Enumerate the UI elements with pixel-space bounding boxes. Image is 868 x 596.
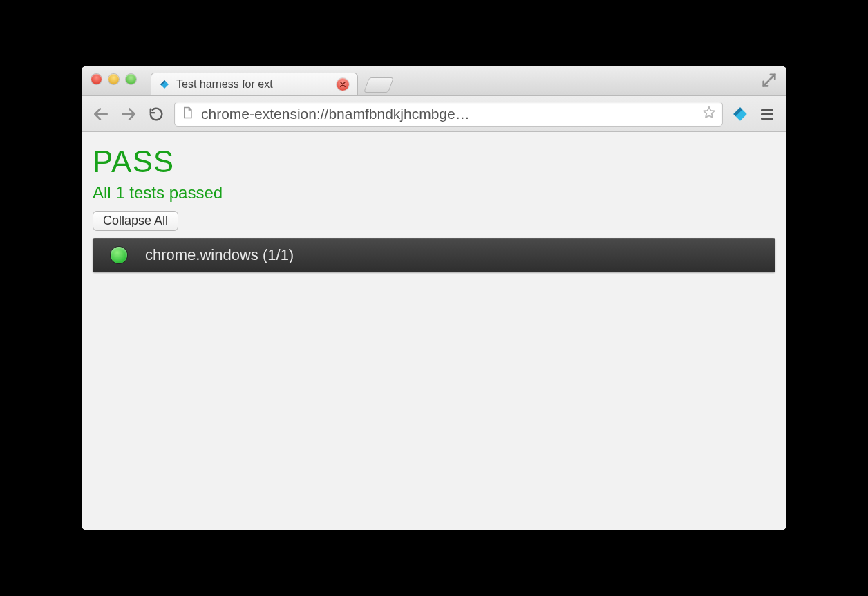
forward-button[interactable]	[119, 104, 138, 124]
test-group-label: chrome.windows (1/1)	[145, 246, 294, 264]
dart-favicon-icon	[158, 78, 171, 91]
tab-title: Test harness for ext	[176, 78, 273, 91]
collapse-all-button[interactable]: Collapse All	[93, 211, 178, 231]
status-heading: PASS	[93, 145, 775, 179]
new-tab-button[interactable]	[364, 77, 394, 93]
toolbar: chrome-extension://bnamfbndkjhcmbge…	[82, 96, 786, 132]
page-content: PASS All 1 tests passed Collapse All chr…	[82, 132, 786, 530]
titlebar: Test harness for ext	[82, 66, 786, 96]
back-button[interactable]	[91, 104, 111, 124]
page-icon	[180, 106, 194, 122]
tab-close-button[interactable]	[337, 78, 349, 91]
chrome-menu-button[interactable]	[757, 104, 777, 124]
traffic-lights	[91, 74, 136, 84]
svg-rect-1	[761, 113, 773, 115]
status-subtext: All 1 tests passed	[93, 183, 775, 203]
reload-button[interactable]	[147, 104, 166, 124]
dart-extension-icon[interactable]	[731, 105, 749, 123]
svg-rect-2	[761, 118, 773, 120]
url-text: chrome-extension://bnamfbndkjhcmbge…	[201, 106, 695, 122]
test-group-row[interactable]: chrome.windows (1/1)	[93, 238, 775, 272]
browser-tab[interactable]: Test harness for ext	[151, 73, 358, 95]
tab-strip: Test harness for ext	[151, 66, 391, 95]
window-minimize-button[interactable]	[108, 74, 119, 84]
browser-window: Test harness for ext	[82, 66, 786, 530]
address-bar[interactable]: chrome-extension://bnamfbndkjhcmbge…	[174, 102, 723, 127]
bookmark-star-icon[interactable]	[701, 105, 717, 123]
window-close-button[interactable]	[91, 74, 102, 84]
svg-rect-0	[761, 109, 773, 111]
window-zoom-button[interactable]	[126, 74, 136, 84]
pass-indicator-icon	[111, 247, 127, 263]
fullscreen-icon[interactable]	[762, 73, 777, 88]
